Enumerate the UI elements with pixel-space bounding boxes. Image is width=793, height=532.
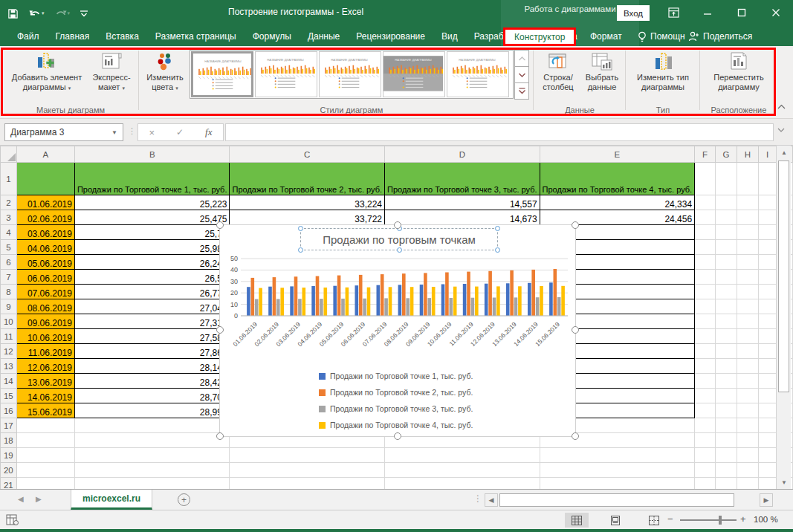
chart-object[interactable]: Продажи по торговым точкам 0102030405001…: [219, 224, 576, 437]
grid-cell[interactable]: [758, 210, 777, 225]
grid-cell[interactable]: 25,475: [74, 210, 230, 225]
series-3-bar[interactable]: [341, 299, 345, 316]
grid-cell[interactable]: [695, 314, 716, 329]
grid-cell[interactable]: 02.06.2019: [16, 210, 74, 225]
name-box-dropdown-icon[interactable]: ▼: [106, 129, 123, 136]
tab-view[interactable]: Вид: [433, 27, 466, 46]
chart-resize-handle[interactable]: [572, 326, 579, 334]
series-1-bar[interactable]: [528, 283, 531, 316]
grid-cell[interactable]: 28,422: [74, 374, 230, 389]
series-4-bar[interactable]: [453, 287, 457, 316]
grid-cell[interactable]: [695, 240, 716, 255]
column-header-F[interactable]: F: [695, 146, 716, 163]
chart-style-thumbnail-5[interactable]: НАЗВАНИЕ ДИАГРАММЫ: [447, 51, 509, 97]
chart-style-thumbnail-1[interactable]: НАЗВАНИЕ ДИАГРАММЫ: [191, 51, 253, 97]
series-3-bar[interactable]: [276, 299, 280, 316]
page-break-view-button[interactable]: [642, 513, 666, 528]
series-1-bar[interactable]: [463, 284, 467, 316]
sign-in-button[interactable]: Вход: [617, 5, 650, 21]
grid-cell[interactable]: [758, 344, 777, 359]
series-2-bar[interactable]: [531, 270, 535, 316]
series-3-bar[interactable]: [514, 297, 518, 316]
grid-cell[interactable]: [540, 448, 695, 463]
row-header-3[interactable]: 3: [1, 210, 17, 225]
grid-cell[interactable]: 01.06.2019: [16, 195, 74, 210]
grid-cell[interactable]: 26,775: [74, 285, 230, 299]
quick-layout-button[interactable]: Экспресс-макет ▾: [88, 51, 135, 93]
series-1-bar[interactable]: [441, 285, 445, 317]
grid-cell[interactable]: [758, 329, 777, 344]
series-2-bar[interactable]: [273, 277, 276, 316]
series-3-bar[interactable]: [471, 298, 475, 316]
grid-cell[interactable]: [758, 299, 777, 314]
grid-cell[interactable]: [385, 478, 540, 490]
grid-cell[interactable]: 12.06.2019: [16, 359, 74, 374]
series-4-bar[interactable]: [518, 286, 522, 316]
series-3-bar[interactable]: [428, 298, 432, 316]
grid-cell[interactable]: [737, 418, 759, 433]
series-4-bar[interactable]: [259, 288, 262, 316]
grid-cell[interactable]: [540, 478, 695, 490]
sheet-nav-next-icon[interactable]: ▶: [36, 495, 42, 503]
series-3-bar[interactable]: [450, 298, 453, 316]
grid-cell[interactable]: [758, 463, 777, 478]
grid-cell[interactable]: [715, 344, 737, 359]
chart-resize-handle[interactable]: [216, 326, 224, 334]
series-4-bar[interactable]: [496, 286, 500, 316]
grid-cell[interactable]: [715, 359, 737, 374]
grid-cell[interactable]: Продажи по Торговой точке 4, тыс. руб.: [540, 163, 695, 195]
grid-cell[interactable]: [737, 285, 759, 299]
grid-cell[interactable]: [695, 255, 716, 270]
grid-cell[interactable]: [230, 448, 385, 463]
series-3-bar[interactable]: [320, 299, 323, 316]
page-layout-view-button[interactable]: [603, 513, 627, 528]
row-header-16[interactable]: 16: [1, 403, 17, 418]
tabbar-splitter[interactable]: ⋮: [473, 493, 482, 504]
row-header-12[interactable]: 12: [1, 344, 17, 359]
grid-cell[interactable]: [758, 225, 777, 240]
grid-cell[interactable]: [715, 285, 737, 299]
grid-cell[interactable]: [715, 433, 737, 448]
grid-cell[interactable]: [540, 463, 695, 478]
legend-entry-3[interactable]: Продажи по Торговой точке 3, тыс. руб.: [319, 400, 473, 417]
title-handle[interactable]: [298, 226, 303, 231]
tab-formulas[interactable]: Формулы: [245, 27, 300, 46]
series-4-bar[interactable]: [540, 286, 543, 316]
grid-cell[interactable]: [74, 448, 230, 463]
chart-title-selection[interactable]: Продажи по торговым точкам: [300, 228, 498, 250]
select-all-corner[interactable]: [1, 146, 17, 163]
row-header-20[interactable]: 20: [1, 463, 17, 478]
row-header-13[interactable]: 13: [1, 359, 17, 374]
row-header-18[interactable]: 18: [1, 433, 17, 448]
zoom-in-icon[interactable]: +: [740, 513, 746, 525]
change-colors-button[interactable]: Изменить цвета ▾: [143, 51, 187, 93]
customize-qat-icon[interactable]: [80, 10, 88, 17]
grid-cell[interactable]: 24,334: [540, 195, 695, 210]
row-header-15[interactable]: 15: [1, 389, 17, 403]
grid-cell[interactable]: [695, 389, 716, 403]
share-button[interactable]: Поделиться: [688, 27, 752, 46]
grid-cell[interactable]: [737, 195, 759, 210]
gallery-scroll-down-icon[interactable]: [514, 66, 529, 83]
grid-cell[interactable]: [16, 433, 74, 448]
legend-entry-1[interactable]: Продажи по Торговой точке 1, тыс. руб.: [319, 368, 473, 384]
grid-cell[interactable]: [715, 463, 737, 478]
column-header-E[interactable]: E: [540, 146, 695, 163]
series-1-bar[interactable]: [485, 284, 488, 316]
legend-entry-4[interactable]: Продажи по Торговой точке 4, тыс. руб.: [319, 417, 473, 433]
grid-cell[interactable]: 10.06.2019: [16, 329, 74, 344]
grid-cell[interactable]: 06.06.2019: [16, 270, 74, 285]
series-2-bar[interactable]: [251, 278, 255, 316]
add-chart-element-button[interactable]: Добавить элемент диаграммы ▾: [6, 51, 88, 93]
series-3-bar[interactable]: [536, 297, 540, 316]
row-header-19[interactable]: 19: [1, 448, 17, 463]
series-1-bar[interactable]: [549, 282, 553, 316]
select-data-button[interactable]: Выбрать данные: [581, 51, 623, 92]
grid-cell[interactable]: [737, 255, 759, 270]
row-header-7[interactable]: 7: [1, 270, 17, 285]
grid-cell[interactable]: 08.06.2019: [16, 299, 74, 314]
row-header-1[interactable]: 1: [1, 163, 17, 195]
grid-cell[interactable]: 25,73: [74, 225, 230, 240]
chart-resize-handle[interactable]: [572, 432, 579, 440]
chart-style-thumbnail-4[interactable]: НАЗВАНИЕ ДИАГРАММЫ: [383, 51, 445, 97]
